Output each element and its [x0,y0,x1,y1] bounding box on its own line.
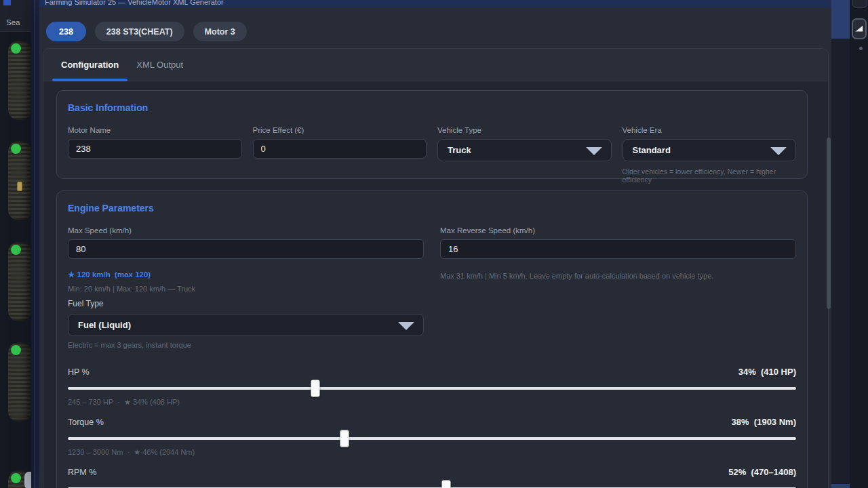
vehiclemotor-dialog: Farming Simulator 25 — VehicleMotor XML … [39,0,831,488]
hp-slider-thumb[interactable] [311,380,320,397]
vehicle-thumb-icon [17,182,22,191]
motor-name-input[interactable] [68,139,242,159]
tab-configuration[interactable]: Configuration [52,49,127,81]
basic-information-card: Basic Information Motor Name Price Effec… [56,90,808,179]
status-dot [11,144,21,154]
status-dot [11,473,21,483]
cursor-button[interactable] [852,18,867,39]
window-scrollbar-bottom-cap[interactable] [831,484,850,488]
vehicle-era-select[interactable]: Standard [623,139,797,161]
max-speed-label: Max Speed (km/h) [68,226,424,235]
tab-label: Configuration [61,60,119,70]
fuel-type-label: Fuel Type [68,299,424,308]
dialog-edge-glow [31,0,39,488]
engine-parameters-card: Engine Parameters Max Speed (km/h) ★ 120… [56,190,808,488]
vehicle-era-value: Standard [633,145,671,155]
torque-slider-hint: 1230 – 3000 Nm · ★ 46% (2044 Nm) [68,448,796,457]
hp-slider-track[interactable] [68,387,796,390]
status-dot [11,245,21,255]
rpm-slider-label: RPM % [68,468,96,477]
status-dot [11,43,21,54]
background-app-right [850,0,868,488]
hp-slider-row: HP % 34% (410 HP) 245 – 730 HP · ★ 34% (… [68,367,796,407]
vehicle-type-select[interactable]: Truck [437,139,612,161]
status-dot [11,345,21,355]
section-title: Basic Information [68,102,796,113]
vehicle-era-hint: Older vehicles = lower efficiency, Newer… [623,167,797,184]
fuel-type-value: Fuel (Liquid) [78,320,131,330]
max-speed-column: Max Speed (km/h) ★ 120 km/h (max 120) Mi… [68,226,424,349]
vehicle-tile[interactable] [8,41,31,120]
torque-slider-value: 38% (1903 Nm) [732,417,796,427]
motor-name-label: Motor Name [68,126,242,134]
price-effect-label: Price Effect (€) [253,126,427,134]
fuel-type-hint: Electric = max 3 gears, instant torque [68,341,424,349]
motor-pill-label: 238 [59,27,73,37]
tab-label: XML Output [136,60,183,70]
sliders-section: HP % 34% (410 HP) 245 – 730 HP · ★ 34% (… [68,367,796,488]
view-tabbar: Configuration XML Output [43,49,828,81]
max-reverse-speed-hint: Max 31 km/h | Min 5 km/h. Leave empty fo… [440,272,796,280]
hp-slider-label: HP % [68,367,90,377]
search-label: Sea [6,18,20,26]
price-effect-field-group: Price Effect (€) [253,126,427,184]
motor-name-field-group: Motor Name [68,126,242,184]
rpm-slider-value: 52% (470–1408) [728,467,796,477]
price-effect-input[interactable] [253,139,427,159]
rpm-slider-thumb[interactable] [442,481,451,488]
motor-pill-238-st3-cheat[interactable]: 238 ST3(CHEAT) [95,22,184,41]
max-speed-starred-hint: ★ 120 km/h (max 120) [68,270,424,279]
motor-pill-238[interactable]: 238 [46,22,86,41]
torque-slider-label: Torque % [68,418,104,427]
background-dot [859,47,863,50]
vehicle-era-field-group: Vehicle Era Standard Older vehicles = lo… [623,126,797,184]
max-reverse-speed-input[interactable] [440,239,796,259]
cursor-arrow-icon [854,24,865,35]
dialog-scrollbar-thumb[interactable] [827,138,831,309]
vehicle-era-label: Vehicle Era [623,126,797,134]
vehicle-type-value: Truck [448,145,471,155]
vehicle-type-field-group: Vehicle Type Truck [437,126,612,184]
vehicle-type-label: Vehicle Type [437,126,612,134]
tab-xml-output[interactable]: XML Output [127,49,192,81]
hp-slider-value: 34% (410 HP) [738,367,796,377]
max-reverse-speed-column: Max Reverse Speed (km/h) Max 31 km/h | M… [440,226,796,349]
torque-slider-track[interactable] [68,437,796,440]
motor-pills: 238 238 ST3(CHEAT) Motor 3 [46,22,247,41]
configuration-panel: Basic Information Motor Name Price Effec… [43,81,828,488]
window-scrollbar-thumb[interactable] [831,0,850,39]
max-speed-range-hint: Min: 20 km/h | Max: 120 km/h — Truck [68,285,424,293]
vehicle-tile[interactable] [8,141,31,220]
max-speed-input[interactable] [68,239,424,259]
background-active-tab-indicator [3,0,11,5]
chevron-down-icon [586,147,602,155]
hp-slider-hint: 245 – 730 HP · ★ 34% (408 HP) [68,398,796,407]
torque-slider-thumb[interactable] [340,430,349,447]
vehicle-tile[interactable] [8,242,31,321]
motor-pill-label: Motor 3 [205,27,235,37]
chevron-down-icon [770,147,787,155]
background-app-left: Sea [0,0,39,488]
fuel-type-select[interactable]: Fuel (Liquid) [68,314,424,336]
section-title: Engine Parameters [68,203,796,214]
torque-slider-row: Torque % 38% (1903 Nm) 1230 – 3000 Nm · … [68,417,796,457]
dialog-titlebar[interactable]: Farming Simulator 25 — VehicleMotor XML … [39,0,831,7]
motor-pill-motor-3[interactable]: Motor 3 [193,22,247,41]
rpm-slider-row: RPM % 52% (470–1408) 550 – 2200 RPM · ★ … [68,467,796,488]
screen: Sea Farming Simulator 25 — VehicleMotor … [0,0,868,488]
max-reverse-speed-label: Max Reverse Speed (km/h) [440,226,796,235]
background-button-fragment [852,0,867,8]
window-scrollbar[interactable] [831,0,850,488]
motor-pill-label: 238 ST3(CHEAT) [106,27,173,37]
dialog-title: Farming Simulator 25 — VehicleMotor XML … [45,0,831,7]
dialog-body: Configuration XML Output Basic Informati… [43,48,829,488]
vehicle-tile[interactable] [8,342,31,422]
chevron-down-icon [398,322,414,330]
